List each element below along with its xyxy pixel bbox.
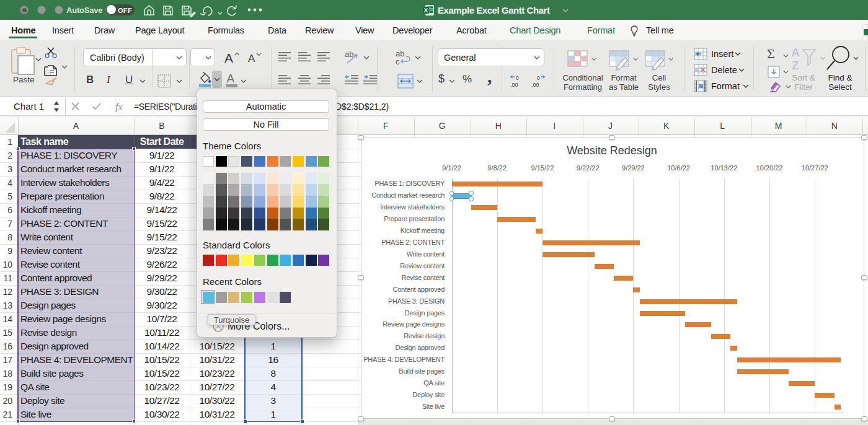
svg-text:A: A (248, 53, 255, 64)
svg-text:0: 0 (537, 75, 540, 81)
svg-text:A: A (792, 46, 799, 59)
svg-text:fx: fx (115, 102, 123, 112)
svg-text:ab: ab (345, 50, 353, 59)
svg-text:.00: .00 (510, 82, 518, 88)
svg-text:A: A (227, 72, 235, 85)
svg-text:c: c (396, 57, 400, 66)
svg-text:Z: Z (792, 59, 799, 72)
svg-text:A: A (224, 51, 233, 65)
svg-text:0: 0 (516, 75, 519, 81)
svg-text:.00: .00 (531, 82, 539, 88)
